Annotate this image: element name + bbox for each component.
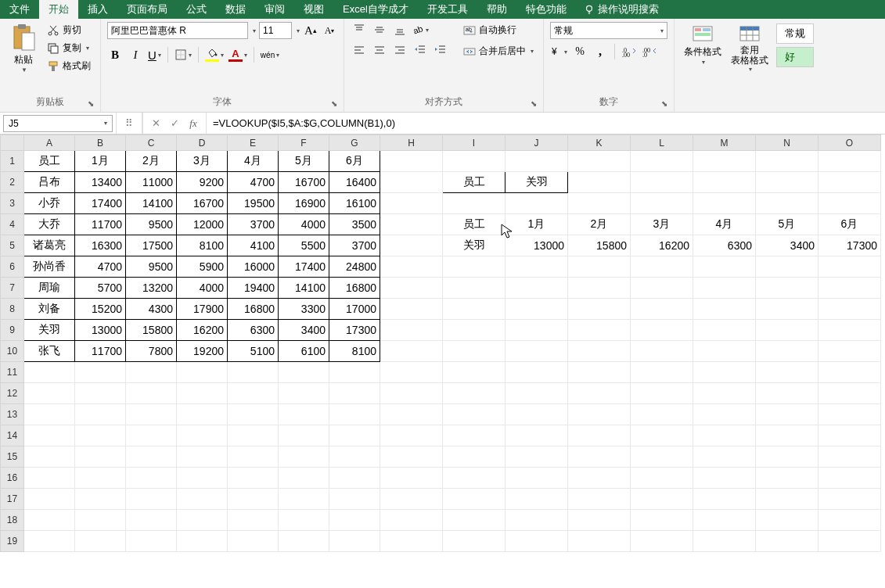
- cell[interactable]: [756, 362, 818, 383]
- column-header[interactable]: K: [568, 135, 631, 151]
- cell[interactable]: 4月: [228, 151, 279, 172]
- tab-custom1[interactable]: Excel自学成才: [333, 0, 418, 19]
- cell[interactable]: [505, 383, 568, 404]
- cell[interactable]: 4000: [279, 214, 329, 235]
- cell[interactable]: [568, 172, 631, 193]
- cell[interactable]: [443, 341, 505, 362]
- tab-view[interactable]: 视图: [294, 0, 333, 19]
- cell[interactable]: [380, 510, 443, 531]
- tab-special[interactable]: 特色功能: [516, 0, 576, 19]
- cell[interactable]: [443, 404, 505, 425]
- cell[interactable]: [631, 193, 693, 214]
- cell[interactable]: [329, 468, 380, 489]
- cell[interactable]: [126, 404, 177, 425]
- cell[interactable]: [24, 510, 75, 531]
- cell[interactable]: [818, 341, 881, 362]
- cell[interactable]: [380, 531, 443, 552]
- cell[interactable]: 2月: [568, 214, 631, 235]
- cell[interactable]: 3400: [756, 235, 818, 256]
- cell[interactable]: [568, 404, 631, 425]
- cell[interactable]: [24, 383, 75, 404]
- cell[interactable]: [380, 151, 443, 172]
- cell[interactable]: [126, 489, 177, 510]
- cell[interactable]: [177, 531, 228, 552]
- cell[interactable]: [443, 362, 505, 383]
- cell[interactable]: 16200: [631, 235, 693, 256]
- cell[interactable]: [568, 341, 631, 362]
- cell[interactable]: [380, 256, 443, 278]
- cell[interactable]: 14100: [279, 278, 329, 299]
- cell[interactable]: 大乔: [24, 214, 75, 235]
- cell[interactable]: [818, 404, 881, 425]
- increase-decimal-button[interactable]: .0.00: [621, 44, 637, 59]
- cell[interactable]: [756, 320, 818, 341]
- cell[interactable]: 周瑜: [24, 278, 75, 299]
- cell[interactable]: [380, 235, 443, 256]
- cell[interactable]: [228, 489, 279, 510]
- cell[interactable]: [75, 489, 126, 510]
- cell[interactable]: [329, 489, 380, 510]
- align-top-button[interactable]: [351, 22, 368, 38]
- cell[interactable]: [505, 193, 568, 214]
- cell[interactable]: [329, 425, 380, 446]
- cell[interactable]: [329, 446, 380, 468]
- cell[interactable]: [756, 341, 818, 362]
- cell[interactable]: 9500: [126, 256, 177, 278]
- bold-button[interactable]: B: [107, 47, 123, 63]
- cell[interactable]: 11700: [75, 214, 126, 235]
- cell[interactable]: [818, 320, 881, 341]
- cell[interactable]: [693, 341, 756, 362]
- cell[interactable]: 7800: [126, 341, 177, 362]
- cell[interactable]: 16400: [329, 172, 380, 193]
- cell[interactable]: [818, 256, 881, 278]
- format-painter-button[interactable]: 格式刷: [44, 58, 94, 74]
- cell[interactable]: 9500: [126, 214, 177, 235]
- cell[interactable]: [568, 278, 631, 299]
- formula-input[interactable]: =VLOOKUP($I5,$A:$G,COLUMN(B1),0): [207, 113, 885, 134]
- cell[interactable]: 1月: [75, 151, 126, 172]
- cell[interactable]: [75, 446, 126, 468]
- cell[interactable]: [329, 510, 380, 531]
- cell[interactable]: [279, 510, 329, 531]
- insert-function-button[interactable]: fx: [185, 116, 201, 131]
- cell[interactable]: [380, 404, 443, 425]
- clipboard-launcher[interactable]: ⬊: [88, 99, 99, 110]
- cell[interactable]: [505, 531, 568, 552]
- cell[interactable]: 16200: [177, 320, 228, 341]
- cell[interactable]: [756, 299, 818, 320]
- cell[interactable]: 4300: [126, 299, 177, 320]
- percent-button[interactable]: %: [572, 44, 588, 59]
- cell[interactable]: 16700: [279, 172, 329, 193]
- cell[interactable]: 13000: [505, 235, 568, 256]
- column-header[interactable]: D: [177, 135, 228, 151]
- cell[interactable]: 小乔: [24, 193, 75, 214]
- cell[interactable]: [756, 383, 818, 404]
- cell[interactable]: [693, 320, 756, 341]
- cell[interactable]: [505, 299, 568, 320]
- cell[interactable]: 9200: [177, 172, 228, 193]
- cell[interactable]: 5月: [756, 214, 818, 235]
- cell-style-normal[interactable]: 常规: [776, 23, 814, 44]
- tab-dev[interactable]: 开发工具: [418, 0, 477, 19]
- row-header[interactable]: 11: [1, 362, 24, 383]
- name-box[interactable]: J5 ▾: [3, 115, 113, 132]
- cell[interactable]: [818, 151, 881, 172]
- cell[interactable]: [631, 278, 693, 299]
- decrease-font-button[interactable]: A▾: [322, 23, 337, 38]
- cell[interactable]: [568, 531, 631, 552]
- cell[interactable]: [380, 383, 443, 404]
- cell[interactable]: 6月: [329, 151, 380, 172]
- cell[interactable]: 4000: [177, 278, 228, 299]
- column-header[interactable]: C: [126, 135, 177, 151]
- cell[interactable]: [756, 425, 818, 446]
- cell[interactable]: [568, 362, 631, 383]
- row-header[interactable]: 7: [1, 278, 24, 299]
- cell[interactable]: [631, 489, 693, 510]
- cell[interactable]: [380, 489, 443, 510]
- cell[interactable]: [279, 362, 329, 383]
- chevron-down-icon[interactable]: ▾: [297, 27, 300, 34]
- cell[interactable]: [818, 362, 881, 383]
- cell[interactable]: [24, 489, 75, 510]
- cell[interactable]: [631, 362, 693, 383]
- format-as-table-button[interactable]: 套用 表格格式▾: [728, 22, 772, 74]
